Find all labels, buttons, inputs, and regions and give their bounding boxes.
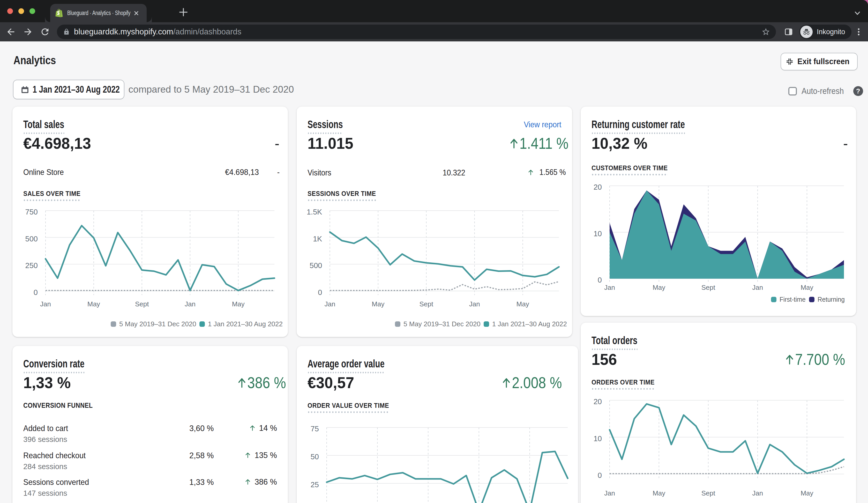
svg-text:0: 0 (318, 288, 322, 297)
total-sales-card: Total sales €4.698,13 - Online Store €4.… (12, 106, 288, 337)
svg-text:Sept: Sept (701, 284, 715, 291)
close-window-button[interactable] (7, 8, 13, 14)
browser-menu-icon[interactable] (855, 28, 863, 36)
window-controls (7, 8, 35, 14)
conversion-rate-delta: 386 % (228, 373, 286, 392)
funnel-row-sessions-converted: Sessions converted147 sessions 1,33 % 38… (23, 476, 277, 498)
svg-text:20: 20 (593, 183, 602, 191)
chart-legend: 5 May 2019–31 Dec 2020 1 Jan 2021–30 Aug… (395, 320, 566, 328)
svg-text:Jan: Jan (469, 300, 480, 308)
svg-text:Jan: Jan (185, 300, 196, 308)
svg-text:25: 25 (311, 481, 319, 489)
funnel-step-delta: 386 % (214, 476, 277, 487)
bookmark-star-icon[interactable] (762, 28, 770, 36)
svg-text:0: 0 (34, 288, 38, 297)
compared-to-text: compared to 5 May 2019–31 Dec 2020 (128, 84, 294, 95)
date-range-label: 1 Jan 2021–30 Aug 2022 (33, 84, 120, 95)
shopify-favicon-icon (55, 8, 63, 18)
exit-fullscreen-button[interactable]: Exit fullscreen (781, 53, 858, 70)
conversion-rate-card: Conversion rate 1,33 % 386 % CONVERSION … (12, 346, 288, 503)
legend-item-returning: Returning (809, 296, 845, 304)
lock-icon (63, 28, 70, 36)
svg-text:250: 250 (25, 261, 38, 270)
order-value-over-time-chart: JanMaySeptJanMay755025 (297, 346, 572, 503)
auto-refresh-checkbox[interactable] (788, 87, 797, 95)
auto-refresh-control: Auto-refresh ? (788, 86, 863, 96)
svg-text:May: May (87, 300, 100, 308)
forward-button[interactable] (23, 27, 33, 37)
average-order-value-card: Average order value €30,57 2.008 % ORDER… (297, 346, 578, 503)
reload-button[interactable] (40, 27, 50, 37)
svg-text:10: 10 (593, 434, 602, 443)
svg-text:Sept: Sept (420, 300, 433, 308)
svg-text:May: May (232, 300, 245, 308)
browser-window: Blueguard · Analytics · Shopify blueguar… (0, 0, 868, 503)
tab-search-chevron-icon[interactable] (855, 10, 860, 16)
back-button[interactable] (6, 27, 16, 37)
date-range-button[interactable]: 1 Jan 2021–30 Aug 2022 (13, 80, 124, 99)
svg-text:50: 50 (311, 453, 319, 461)
tab-close-icon[interactable] (132, 9, 141, 17)
total-orders-card: Total orders 156 7.700 % ORDERS OVER TIM… (581, 323, 856, 503)
funnel-step-label: Added to cart (23, 423, 68, 433)
svg-text:500: 500 (25, 235, 38, 243)
arrow-up-icon (249, 425, 256, 431)
svg-text:500: 500 (310, 261, 322, 270)
svg-text:Jan: Jan (324, 300, 335, 308)
new-tab-button[interactable] (179, 8, 188, 17)
svg-text:May: May (653, 489, 665, 497)
tab-title: Blueguard · Analytics · Shopify (67, 10, 132, 17)
address-bar[interactable]: blueguarddk.myshopify.com/admin/dashboar… (57, 24, 776, 39)
funnel-step-delta: 14 % (214, 423, 277, 433)
calendar-icon (21, 85, 29, 94)
side-panel-icon[interactable] (785, 28, 793, 36)
page-title: Analytics (13, 54, 64, 67)
funnel-step-label: Reached checkout (23, 450, 86, 461)
browser-tab[interactable]: Blueguard · Analytics · Shopify (50, 4, 147, 22)
funnel-row-added-to-cart: Added to cart396 sessions 3,60 % 14 % (23, 423, 277, 444)
legend-item-previous: 5 May 2019–31 Dec 2020 (395, 320, 480, 328)
funnel-step-value: 2,58 % (188, 450, 214, 461)
svg-text:0: 0 (598, 276, 602, 284)
svg-text:May: May (372, 300, 384, 308)
svg-text:May: May (653, 284, 665, 291)
svg-text:20: 20 (593, 398, 602, 406)
svg-text:May: May (800, 284, 813, 291)
svg-text:May: May (517, 300, 529, 308)
sessions-over-time-chart: JanMaySeptJanMay1.5K1K5000 (297, 106, 572, 337)
sales-over-time-chart: JanMaySeptJanMay7505002500 (12, 106, 288, 337)
funnel-step-value: 1,33 % (188, 477, 214, 487)
funnel-step-sessions: 147 sessions (23, 488, 67, 498)
incognito-badge: Inkognito (799, 24, 851, 39)
funnel-step-label: Sessions converted (23, 477, 89, 487)
arrow-up-icon (237, 377, 247, 389)
zoom-window-button[interactable] (30, 8, 35, 14)
svg-text:May: May (800, 489, 813, 497)
exit-fullscreen-icon (786, 58, 793, 65)
arrow-up-icon (245, 452, 251, 458)
funnel-row-reached-checkout: Reached checkout284 sessions 2,58 % 135 … (23, 450, 277, 472)
minimize-window-button[interactable] (18, 8, 24, 14)
incognito-icon (800, 25, 813, 38)
conversion-rate-value: 1,33 % (23, 373, 73, 392)
incognito-label: Inkognito (817, 28, 845, 36)
funnel-section-label: CONVERSION FUNNEL (23, 402, 106, 409)
browser-toolbar: blueguarddk.myshopify.com/admin/dashboar… (0, 22, 868, 41)
svg-text:1.5K: 1.5K (307, 208, 322, 216)
legend-item-first-time: First-time (771, 296, 805, 304)
svg-text:Jan: Jan (604, 284, 615, 291)
svg-text:75: 75 (311, 424, 319, 433)
funnel-step-delta: 135 % (214, 450, 277, 460)
svg-text:Sept: Sept (135, 300, 149, 308)
svg-text:0: 0 (598, 471, 602, 480)
svg-text:Jan: Jan (40, 300, 51, 308)
card-title[interactable]: Conversion rate (23, 358, 106, 373)
orders-over-time-chart: JanMaySeptJanMay20100 (581, 323, 856, 503)
help-icon[interactable]: ? (853, 86, 863, 96)
auto-refresh-label: Auto-refresh (802, 86, 849, 96)
chart-legend: 5 May 2019–31 Dec 2020 1 Jan 2021–30 Aug… (111, 320, 282, 328)
url-text[interactable]: blueguarddk.myshopify.com/admin/dashboar… (74, 27, 241, 37)
svg-text:10: 10 (593, 229, 602, 238)
customers-over-time-chart: JanMaySeptJanMay20100 (581, 106, 856, 316)
legend-item-current: 1 Jan 2021–30 Aug 2022 (199, 320, 282, 328)
